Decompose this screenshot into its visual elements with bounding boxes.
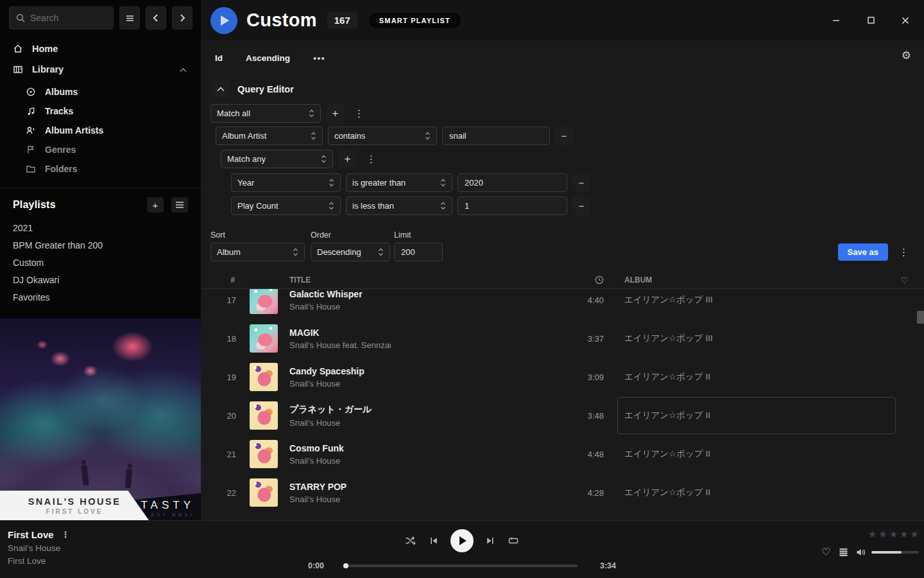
rule-value-input[interactable] <box>458 197 567 215</box>
track-artist: Snail’s House <box>289 495 572 504</box>
order-select[interactable]: Descending <box>311 243 390 261</box>
star-icon[interactable]: ★ <box>911 529 919 540</box>
track-row[interactable]: 20 プラネット・ガール Snail’s House 3:48 エイリアン☆ポッ… <box>201 396 924 435</box>
sidebar-item-genres[interactable]: Genres <box>0 140 201 159</box>
star-icon[interactable]: ★ <box>868 529 877 540</box>
column-header-duration[interactable] <box>572 276 604 285</box>
group-options-button[interactable]: ⋮ <box>350 104 368 123</box>
sort-label: Sort <box>210 231 305 240</box>
seek-bar[interactable] <box>343 565 578 567</box>
collapse-chevron-icon[interactable] <box>180 64 187 74</box>
tracks-icon <box>26 106 36 116</box>
sort-direction-button[interactable]: Ascending <box>246 53 290 63</box>
sidebar-item-label: Library <box>32 64 64 74</box>
track-title: STARRY POP <box>289 482 572 492</box>
remove-rule-button[interactable]: − <box>572 197 590 215</box>
track-artwork <box>250 324 278 353</box>
scrollbar-thumb[interactable] <box>917 311 924 324</box>
seek-handle[interactable] <box>343 563 348 568</box>
rule-field-select[interactable]: Year <box>231 173 341 192</box>
playlist-options-button[interactable] <box>171 197 188 213</box>
sidebar-item-tracks[interactable]: Tracks <box>0 101 201 121</box>
rule-value-input[interactable] <box>442 127 550 145</box>
previous-track-button[interactable] <box>429 536 439 546</box>
play-pause-button[interactable] <box>450 529 474 552</box>
playlist-item[interactable]: Custom <box>0 254 201 271</box>
favorite-button[interactable]: ♡ <box>821 546 830 558</box>
nav-forward-button[interactable] <box>172 6 193 30</box>
search-input[interactable] <box>30 13 107 23</box>
library-icon <box>13 64 23 74</box>
track-row[interactable]: 18 MAGIK Snail’s House feat. Sennzai 3:3… <box>201 319 924 358</box>
next-icon <box>485 536 495 546</box>
track-row[interactable]: 19 Candy Spaceship Snail’s House 3:09 エイ… <box>201 358 924 396</box>
shuffle-button[interactable] <box>405 536 417 546</box>
play-icon <box>459 536 466 545</box>
window-maximize-button[interactable] <box>861 11 880 30</box>
column-header-number[interactable]: # <box>201 276 239 285</box>
rule-operator-select[interactable]: is less than <box>346 197 452 215</box>
track-row[interactable]: 22 STARRY POP Snail’s House 4:28 エイリアン☆ポ… <box>201 473 924 512</box>
volume-button[interactable] <box>856 548 866 557</box>
query-editor-title: Query Editor <box>237 84 294 94</box>
add-playlist-button[interactable]: + <box>147 197 164 213</box>
sidebar-item-library[interactable]: Library <box>0 59 201 80</box>
chevron-right-icon <box>178 13 187 22</box>
remove-rule-button[interactable]: − <box>572 173 590 192</box>
sidebar-item-folders[interactable]: Folders <box>0 159 201 179</box>
playlist-item[interactable]: Favorites <box>0 288 201 306</box>
settings-gear-button[interactable]: ⚙ <box>902 49 911 62</box>
column-header-album[interactable]: ALBUM <box>624 276 896 285</box>
nav-back-button[interactable] <box>146 6 166 30</box>
track-row[interactable]: 17 Galactic Whisper Snail’s House 4:40 エ… <box>201 289 924 319</box>
group-options-button[interactable]: ⋮ <box>362 150 381 168</box>
star-icon[interactable]: ★ <box>889 529 898 540</box>
order-label: Order <box>311 231 390 240</box>
column-header-title[interactable]: TITLE <box>289 276 572 285</box>
sort-field-button[interactable]: Id <box>215 53 223 63</box>
menu-button[interactable] <box>119 6 140 30</box>
play-playlist-button[interactable] <box>210 7 237 34</box>
column-header-favorite[interactable]: ♡ <box>896 276 913 285</box>
next-track-button[interactable] <box>485 536 495 546</box>
rule-field-select[interactable]: Album Artist <box>216 127 323 145</box>
track-artist: Snail’s House <box>289 379 572 389</box>
star-icon[interactable]: ★ <box>900 529 908 540</box>
rating-stars[interactable]: ★ ★ ★ ★ ★ <box>821 529 919 540</box>
track-album: エイリアン☆ポップ II <box>624 473 896 512</box>
track-row[interactable]: 21 Cosmo Funk Snail’s House 4:48 エイリアン☆ポ… <box>201 435 924 473</box>
save-as-button[interactable]: Save as <box>838 243 888 261</box>
match-mode-select[interactable]: Match all <box>210 104 321 123</box>
limit-input[interactable] <box>394 243 443 261</box>
volume-slider[interactable] <box>871 551 919 554</box>
rule-operator-select[interactable]: contains <box>328 127 437 145</box>
search-box[interactable] <box>9 6 114 30</box>
repeat-button[interactable] <box>507 536 520 546</box>
track-album-focused-cell[interactable]: エイリアン☆ポップ II <box>617 397 896 434</box>
playlist-item[interactable]: BPM Greater than 200 <box>0 236 201 254</box>
sidebar-item-album-artists[interactable]: Album Artists <box>0 121 201 140</box>
window-close-button[interactable] <box>896 11 915 30</box>
query-editor-collapse-button[interactable] <box>212 80 230 98</box>
star-icon[interactable]: ★ <box>878 529 887 540</box>
match-mode-select[interactable]: Match any <box>221 150 333 168</box>
queue-button[interactable] <box>839 548 848 557</box>
rule-value-input[interactable] <box>458 173 567 192</box>
add-rule-button[interactable]: + <box>338 150 357 168</box>
artwork-label-subtext: EST MMXI <box>151 512 194 517</box>
more-options-button[interactable]: ••• <box>313 53 325 64</box>
window-minimize-button[interactable] <box>826 11 846 30</box>
total-time: 3:34 <box>587 561 616 570</box>
track-duration: 3:37 <box>572 334 604 344</box>
rule-field-select[interactable]: Play Count <box>231 197 341 215</box>
remove-rule-button[interactable]: − <box>555 127 573 145</box>
sidebar-item-home[interactable]: Home <box>0 39 201 59</box>
now-playing-options-button[interactable]: ⋮ <box>62 530 70 539</box>
sidebar-item-albums[interactable]: Albums <box>0 82 201 101</box>
rule-operator-select[interactable]: is greater than <box>346 173 452 192</box>
add-rule-button[interactable]: + <box>326 104 345 123</box>
sort-select[interactable]: Album <box>210 243 305 261</box>
save-options-button[interactable]: ⋮ <box>894 243 913 261</box>
playlist-item[interactable]: DJ Okawari <box>0 271 201 288</box>
playlist-item[interactable]: 2021 <box>0 219 201 236</box>
